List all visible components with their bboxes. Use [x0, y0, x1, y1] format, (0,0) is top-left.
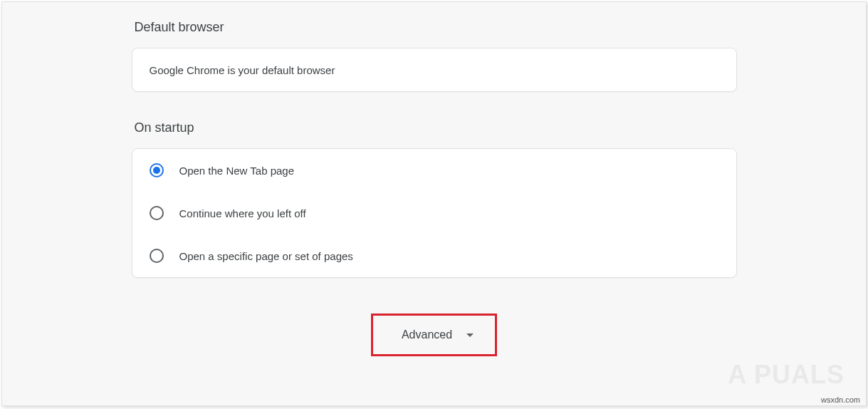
default-browser-status-text: Google Chrome is your default browser — [150, 64, 335, 76]
startup-option-label: Open the New Tab page — [179, 165, 295, 177]
default-browser-card: Google Chrome is your default browser — [132, 48, 737, 92]
startup-option-specific-page[interactable]: Open a specific page or set of pages — [132, 234, 736, 277]
chevron-down-icon — [466, 333, 474, 337]
default-browser-title: Default browser — [132, 20, 737, 35]
startup-option-label: Continue where you left off — [179, 207, 306, 219]
advanced-button-label: Advanced — [402, 328, 452, 341]
radio-unselected-icon — [150, 249, 164, 263]
radio-selected-icon — [150, 163, 164, 177]
on-startup-section: On startup Open the New Tab page Continu… — [132, 120, 737, 278]
source-url-text: wsxdn.com — [821, 395, 860, 404]
startup-option-label: Open a specific page or set of pages — [179, 250, 353, 262]
startup-option-new-tab[interactable]: Open the New Tab page — [132, 149, 736, 192]
radio-unselected-icon — [150, 206, 164, 220]
default-browser-section: Default browser Google Chrome is your de… — [132, 20, 737, 92]
on-startup-options-card: Open the New Tab page Continue where you… — [132, 148, 737, 278]
watermark-text: A PUALS — [728, 360, 845, 390]
advanced-button[interactable]: Advanced — [371, 314, 497, 356]
startup-option-continue[interactable]: Continue where you left off — [132, 192, 736, 234]
on-startup-title: On startup — [132, 120, 737, 135]
